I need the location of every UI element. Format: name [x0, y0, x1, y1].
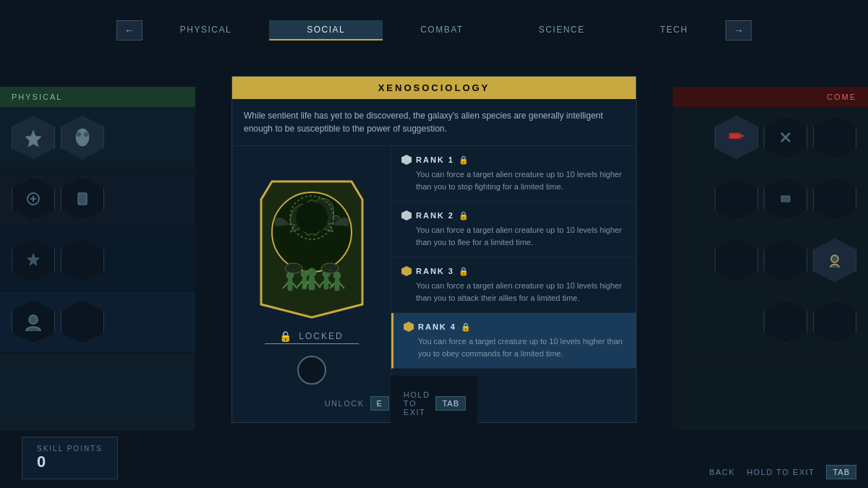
svg-point-10: [296, 202, 328, 234]
circle-indicator: [297, 356, 326, 385]
rank-4-header: RANK 4 🔒: [404, 322, 626, 332]
rank-icon: [401, 155, 412, 165]
skill-icon[interactable]: [61, 300, 104, 343]
unlock-label: UNLOCK: [325, 399, 365, 408]
lock-icon: 🔒: [279, 330, 293, 342]
skill-description: While sentient life has yet to be discov…: [232, 99, 636, 146]
svg-point-27: [333, 272, 341, 279]
rank-2-lock: 🔒: [459, 211, 469, 221]
rank-1-header: RANK 1 🔒: [401, 155, 626, 165]
rank-2-desc: You can force a target alien creature up…: [401, 224, 626, 248]
skill-icon[interactable]: [764, 300, 807, 343]
back-label-br: BACK: [709, 468, 735, 476]
left-panel-header: PHYSICAL: [0, 87, 195, 107]
tab-social[interactable]: SOCIAL: [269, 20, 383, 40]
skill-icon[interactable]: [12, 116, 55, 159]
tab-key-br[interactable]: TAB: [826, 465, 856, 479]
rank-3-label: RANK 3: [416, 267, 454, 275]
center-panel: XENOSOCIOLOGY While sentient life has ye…: [195, 69, 673, 430]
rank-3-header: RANK 3 🔒: [401, 266, 626, 276]
svg-point-7: [831, 255, 838, 262]
skill-image-area: ... ... 🔒 LOCKED: [232, 146, 391, 412]
nav-prev-button[interactable]: ←: [116, 20, 142, 40]
skill-icon[interactable]: [61, 239, 104, 282]
rank-1-label: RANK 1: [416, 155, 454, 164]
skill-row: [673, 168, 868, 230]
svg-rect-12: [288, 279, 292, 291]
skill-icon[interactable]: [12, 300, 55, 343]
back-control: HOLD TO EXIT TAB: [404, 390, 466, 416]
skill-icon[interactable]: [715, 116, 758, 159]
skill-icon[interactable]: [813, 239, 856, 282]
skill-icon[interactable]: [715, 177, 758, 221]
rank-icon: [401, 210, 412, 221]
skill-row: [673, 107, 868, 168]
right-panel-header: COME: [673, 87, 868, 107]
skill-icon[interactable]: [61, 177, 104, 221]
rank-item-1[interactable]: RANK 1 🔒 You can force a target alien cr…: [391, 146, 636, 202]
skill-row: [673, 230, 868, 291]
svg-point-15: [301, 270, 308, 278]
svg-text:...: ...: [328, 266, 332, 271]
skill-icon[interactable]: [764, 239, 807, 282]
skill-row: [0, 230, 195, 291]
skill-row: [0, 107, 195, 168]
svg-point-19: [307, 268, 316, 277]
skill-icon[interactable]: [813, 300, 856, 343]
svg-rect-4: [78, 193, 87, 205]
skill-icon[interactable]: [61, 116, 104, 159]
skill-card-body: ... ... 🔒 LOCKED RANK 1: [232, 146, 636, 412]
tab-tech[interactable]: TECH: [623, 20, 726, 40]
svg-rect-28: [335, 279, 339, 291]
skill-icon[interactable]: [12, 177, 55, 221]
locked-indicator: 🔒 LOCKED: [279, 330, 343, 342]
svg-point-5: [29, 315, 38, 324]
svg-point-0: [76, 129, 89, 146]
tab-physical[interactable]: PHYSICAL: [142, 20, 269, 40]
rank-icon: [404, 322, 414, 332]
skill-icon[interactable]: [764, 116, 807, 159]
svg-text:...: ...: [292, 266, 296, 271]
hold-label-br: HOLD TO EXIT: [746, 468, 814, 476]
rank-1-lock: 🔒: [459, 155, 469, 165]
right-panel: COME: [673, 87, 868, 430]
rank-2-label: RANK 2: [416, 211, 454, 220]
svg-rect-6: [729, 133, 741, 139]
svg-point-2: [84, 132, 88, 137]
back-key[interactable]: TAB: [435, 396, 466, 411]
unlock-key[interactable]: E: [370, 396, 389, 411]
bottom-right-controls: BACK HOLD TO EXIT TAB: [709, 465, 856, 479]
nav-tabs: PHYSICAL SOCIAL COMBAT SCIENCE TECH: [142, 20, 726, 40]
nav-next-button[interactable]: →: [726, 20, 752, 40]
locked-line: [265, 343, 359, 344]
rank-1-desc: You can force a target alien creature up…: [401, 168, 626, 192]
rank-item-2[interactable]: RANK 2 🔒 You can force a target alien cr…: [391, 202, 636, 257]
skill-row: [673, 291, 868, 353]
skill-icon[interactable]: [715, 239, 758, 282]
rank-4-desc: You can force a target creature up to 10…: [404, 335, 626, 359]
hold-label: HOLD TO EXIT: [404, 390, 430, 416]
top-navigation: ← PHYSICAL SOCIAL COMBAT SCIENCE TECH →: [0, 20, 868, 40]
skill-icon[interactable]: [12, 239, 55, 282]
skill-title: XENOSOCIOLOGY: [232, 77, 636, 99]
bottom-bar: UNLOCK E HOLD TO EXIT TAB: [391, 376, 477, 430]
skill-points-value: 0: [37, 453, 103, 471]
tab-science[interactable]: SCIENCE: [501, 20, 623, 40]
rank-icon: [401, 266, 412, 276]
skill-card: XENOSOCIOLOGY While sentient life has ye…: [231, 76, 637, 423]
rank-4-lock: 🔒: [461, 322, 471, 332]
skill-icon[interactable]: [813, 116, 856, 159]
skill-row: [0, 168, 195, 230]
unlock-control: UNLOCK E: [325, 396, 389, 411]
svg-rect-24: [324, 278, 328, 289]
tab-combat[interactable]: COMBAT: [383, 20, 501, 40]
rank-3-desc: You can force a target alien creature up…: [401, 280, 626, 304]
rank-item-4[interactable]: RANK 4 🔒 You can force a target creature…: [391, 313, 636, 369]
svg-rect-20: [309, 277, 315, 290]
rank-item-3[interactable]: RANK 3 🔒 You can force a target alien cr…: [391, 257, 636, 313]
locked-text: LOCKED: [299, 331, 343, 341]
skill-icon[interactable]: [813, 177, 856, 221]
left-panel: PHYSICAL: [0, 87, 195, 430]
skill-icon[interactable]: [764, 177, 807, 221]
rank-list: RANK 1 🔒 You can force a target alien cr…: [391, 146, 636, 412]
